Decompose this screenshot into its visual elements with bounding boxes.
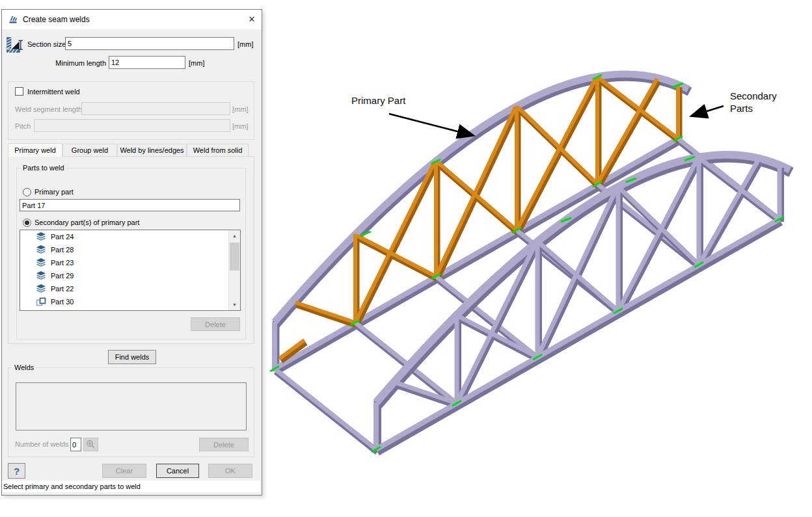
weld-app-icon [8,14,19,25]
list-item-part-22[interactable]: Part 22 [20,282,240,295]
tab-group-weld[interactable]: Group weld [62,144,117,157]
magnifier-icon [86,440,96,449]
weld-segment-length-label: Weld segment length [15,105,82,113]
pitch-unit: [mm] [232,122,248,130]
screen: { "window": { "title": "Create seam weld… [0,0,812,517]
primary-part-arrow [389,114,472,135]
part-icon [36,232,46,242]
welds-group-label: Welds [12,364,36,371]
status-bar: Select primary and secondary parts to we… [2,481,260,492]
intermittent-weld-group: Intermittent weld Weld segment length [m… [8,81,254,140]
primary-part-input[interactable] [20,199,240,211]
create-seam-welds-dialog: Create seam welds ✕ Section size [mm] Mi… [1,9,262,496]
ok-button[interactable]: OK [208,464,252,478]
parts-to-weld-group: Parts to weld Primary part Secondary par… [16,168,246,339]
secondary-parts-list[interactable]: Part 24 Part 28 Part 23 Part 29 Part 22 … [20,230,241,311]
weld-segment-length-unit: [mm] [232,105,248,113]
secondary-parts-arrow [692,106,724,116]
primary-part-radio-label: Primary part [34,188,74,196]
zoom-welds-button[interactable] [83,438,98,451]
scroll-thumb[interactable] [230,243,239,271]
bridge-model [270,74,791,452]
welds-group: Welds Number of welds Delete [8,367,254,457]
intermittent-weld-label: Intermittent weld [27,88,80,96]
title-bar[interactable]: Create seam welds ✕ [2,10,262,29]
minimum-length-input[interactable] [109,56,185,69]
secondary-parts-radio[interactable] [23,219,31,227]
dialog-title: Create seam welds [23,15,90,24]
tab-weld-by-lines-edges[interactable]: Weld by lines/edges [117,144,187,157]
list-item-partial[interactable] [20,308,240,311]
list-scrollbar[interactable]: ▲ ▼ [228,230,240,310]
list-item-label: Part 29 [51,272,74,280]
list-item-label: Part 24 [51,233,74,241]
close-icon[interactable]: ✕ [244,12,260,26]
intermittent-weld-checkbox[interactable] [15,87,23,96]
primary-part-annotation: Primary Part [351,95,405,107]
tab-weld-from-solid[interactable]: Weld from solid [187,144,249,157]
part-ref-icon [36,297,46,307]
part-icon [36,284,46,294]
delete-parts-button[interactable]: Delete [191,317,240,331]
number-of-welds-input[interactable] [70,438,81,451]
section-size-input[interactable] [65,37,234,50]
scroll-down-icon[interactable]: ▼ [229,299,240,310]
help-button[interactable]: ? [8,463,25,479]
pitch-input [34,119,230,132]
delete-welds-button[interactable]: Delete [199,438,249,451]
pitch-label: Pitch [15,122,31,130]
secondary-parts-annotation-line2: Parts [730,103,777,115]
list-item-label: Part 23 [51,259,74,267]
bridge-deck-cross-beams [275,139,781,452]
status-text: Select primary and secondary parts to we… [3,483,141,490]
list-item-part-30[interactable]: Part 30 [20,295,240,308]
list-item-label: Part 22 [51,285,74,293]
part-icon [36,258,46,268]
minimum-length-label: Minimum length [28,59,106,67]
weld-segment-length-input [81,102,230,115]
list-item-part-23[interactable]: Part 23 [20,256,240,269]
part-icon [36,245,46,255]
weld-section-icon [5,36,25,54]
section-size-unit: [mm] [237,40,253,48]
secondary-parts-radio-label: Secondary part(s) of primary part [34,219,139,226]
number-of-welds-label: Number of welds [15,440,69,448]
clear-button[interactable]: Clear [102,464,146,478]
list-item-label: Part 30 [51,298,74,306]
list-item-part-24[interactable]: Part 24 [20,230,240,243]
secondary-parts-annotation: Secondary Parts [730,90,777,115]
scroll-up-icon[interactable]: ▲ [229,230,240,241]
minimum-length-unit: [mm] [189,59,204,67]
list-item-part-28[interactable]: Part 28 [20,243,240,256]
part-icon [36,310,46,311]
section-size-label: Section size [27,40,66,48]
primary-part-radio[interactable] [23,188,31,196]
welds-list[interactable] [16,382,247,431]
list-item-part-29[interactable]: Part 29 [20,269,240,282]
model-viewport[interactable] [267,65,812,517]
secondary-parts-annotation-line1: Secondary [730,90,777,103]
tab-primary-weld[interactable]: Primary weld [8,143,62,157]
find-welds-button[interactable]: Find welds [108,350,156,364]
list-item-label: Part 28 [51,246,74,254]
annotation-arrows [389,106,724,135]
part-icon [36,271,46,281]
parts-to-weld-group-label: Parts to weld [21,164,66,172]
cancel-button[interactable]: Cancel [156,464,199,478]
